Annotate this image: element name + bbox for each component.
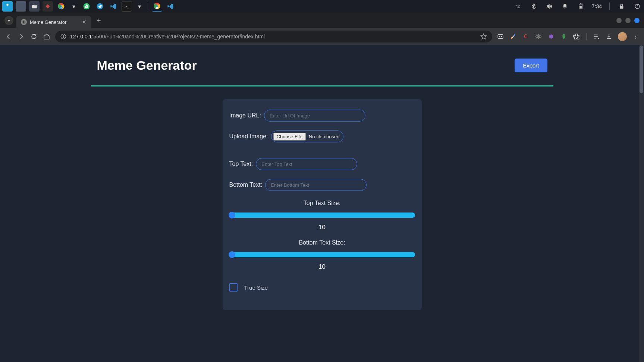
bottom-text-input[interactable] xyxy=(265,179,367,191)
taskbar-left: ▾ >_ ▾ xyxy=(2,1,176,12)
telegram-icon[interactable] xyxy=(95,1,105,12)
home-button[interactable] xyxy=(43,32,51,41)
upload-input[interactable]: Choose File No file chosen xyxy=(271,130,344,142)
taskbar-app-icon[interactable] xyxy=(16,1,26,12)
window-minimize-icon[interactable] xyxy=(616,18,622,23)
upload-row: Upload Image: Choose File No file chosen xyxy=(229,130,415,142)
image-url-row: Image URL: xyxy=(229,110,415,122)
battery-icon[interactable] xyxy=(576,2,585,11)
chevron-down-icon[interactable]: ▾ xyxy=(135,2,144,11)
page-content: Meme Generator Export Image URL: Upload … xyxy=(91,45,553,310)
vscode-icon[interactable] xyxy=(108,1,119,12)
image-url-label: Image URL: xyxy=(229,112,261,119)
choose-file-button[interactable]: Choose File xyxy=(273,133,306,141)
upload-label: Upload Image: xyxy=(229,133,268,140)
form-panel: Image URL: Upload Image: Choose File No … xyxy=(223,99,422,310)
separator xyxy=(148,3,148,10)
image-url-input[interactable] xyxy=(264,110,365,122)
svg-rect-10 xyxy=(620,6,623,9)
window-maximize-icon[interactable] xyxy=(625,18,631,23)
page-header: Meme Generator Export xyxy=(91,45,553,86)
separator xyxy=(586,33,587,40)
forward-button[interactable] xyxy=(17,32,25,41)
true-size-label: True Size xyxy=(244,284,268,291)
url-path: :5500/Fun%20and%20Creative%20Projects/2-… xyxy=(92,34,265,40)
top-size-value: 10 xyxy=(229,224,415,231)
tab-search-icon[interactable]: ▾ xyxy=(4,16,13,25)
extensions-area: C ⋮ xyxy=(497,32,640,41)
top-size-slider[interactable] xyxy=(229,213,415,218)
svg-rect-9 xyxy=(579,6,582,8)
window-controls xyxy=(616,18,640,23)
spacer xyxy=(229,151,415,158)
extensions-menu-icon[interactable] xyxy=(573,33,580,40)
url-host: 127.0.0.1 xyxy=(70,34,92,40)
address-bar[interactable]: 127.0.0.1:5500/Fun%20and%20Creative%20Pr… xyxy=(55,31,492,43)
bookmark-star-icon[interactable] xyxy=(480,33,487,40)
system-tray: 7:34 xyxy=(513,2,642,11)
bottom-size-value: 10 xyxy=(229,263,415,271)
site-info-icon[interactable] xyxy=(60,34,66,40)
bottom-text-row: Bottom Text: xyxy=(229,179,415,191)
taskbar-app-icon[interactable] xyxy=(43,1,53,12)
browser-tabstrip: ▾ Meme Generator ✕ + xyxy=(0,13,644,28)
whatsapp-icon[interactable] xyxy=(81,1,92,12)
os-taskbar: ▾ >_ ▾ xyxy=(0,0,644,13)
reading-list-icon[interactable] xyxy=(593,33,600,40)
tab-title: Meme Generator xyxy=(30,19,79,25)
top-text-input[interactable] xyxy=(256,158,357,170)
bottom-text-label: Bottom Text: xyxy=(229,182,263,188)
extension-icon[interactable] xyxy=(497,33,504,40)
browser-toolbar: 127.0.0.1:5500/Fun%20and%20Creative%20Pr… xyxy=(0,28,644,45)
bottom-size-block: Bottom Text Size: 10 xyxy=(229,239,415,271)
svg-point-20 xyxy=(514,34,515,36)
svg-point-18 xyxy=(501,36,502,37)
downloads-icon[interactable] xyxy=(605,33,613,40)
clock[interactable]: 7:34 xyxy=(592,3,602,9)
back-button[interactable] xyxy=(4,32,13,41)
svg-rect-8 xyxy=(580,3,581,4)
tab-close-icon[interactable]: ✕ xyxy=(82,19,87,25)
terminal-icon[interactable]: >_ xyxy=(122,1,132,12)
extension-icon[interactable] xyxy=(509,33,517,40)
true-size-checkbox[interactable] xyxy=(229,283,238,292)
bottom-size-slider[interactable] xyxy=(229,252,415,257)
svg-point-19 xyxy=(511,37,512,39)
bluetooth-icon[interactable] xyxy=(529,2,538,11)
notification-icon[interactable] xyxy=(560,2,569,11)
chevron-down-icon[interactable]: ▾ xyxy=(69,2,78,11)
reload-button[interactable] xyxy=(30,32,38,41)
extension-icon[interactable] xyxy=(560,33,568,40)
window-close-icon[interactable] xyxy=(634,18,640,23)
export-button[interactable]: Export xyxy=(515,59,547,72)
svg-rect-15 xyxy=(63,36,63,38)
extension-icon[interactable] xyxy=(547,33,555,40)
app-launcher-icon[interactable] xyxy=(2,1,13,12)
tab-favicon-icon xyxy=(21,19,27,25)
browser-tab[interactable]: Meme Generator ✕ xyxy=(16,16,91,28)
bottom-size-label: Bottom Text Size: xyxy=(229,239,415,246)
vscode-active-icon[interactable] xyxy=(165,1,176,12)
extension-icon[interactable]: C xyxy=(522,33,530,40)
svg-point-14 xyxy=(63,35,64,36)
top-size-block: Top Text Size: 10 xyxy=(229,200,415,231)
volume-icon[interactable] xyxy=(545,2,554,11)
separator xyxy=(609,3,610,10)
page-title: Meme Generator xyxy=(97,58,197,73)
browser-menu-icon[interactable]: ⋮ xyxy=(632,33,640,40)
file-status: No file chosen xyxy=(309,134,339,139)
extension-icon[interactable] xyxy=(535,33,542,40)
top-size-label: Top Text Size: xyxy=(229,200,415,207)
chrome-icon[interactable] xyxy=(56,1,66,12)
scrollbar[interactable] xyxy=(639,45,644,362)
scrollbar-thumb[interactable] xyxy=(640,45,643,93)
power-icon[interactable] xyxy=(633,2,642,11)
profile-avatar[interactable] xyxy=(618,32,627,41)
new-tab-button[interactable]: + xyxy=(94,17,104,25)
top-text-label: Top Text: xyxy=(229,161,253,167)
wifi-icon[interactable] xyxy=(513,2,522,11)
file-manager-icon[interactable] xyxy=(29,1,40,12)
true-size-row: True Size xyxy=(229,283,415,292)
lock-icon[interactable] xyxy=(617,2,626,11)
chrome-active-icon[interactable] xyxy=(152,1,162,12)
